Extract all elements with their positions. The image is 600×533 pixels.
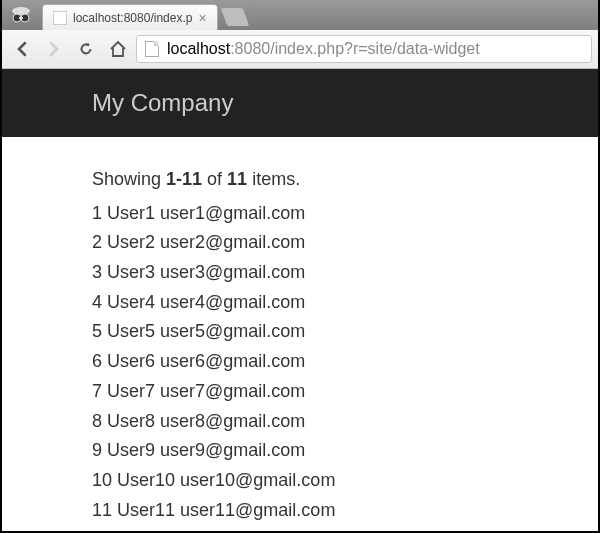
summary-mid: of xyxy=(202,169,227,189)
reload-button[interactable] xyxy=(72,35,100,63)
list-item: 7 User7 user7@gmail.com xyxy=(92,377,508,407)
browser-chrome: localhost:8080/index.p × localhost:8080/… xyxy=(2,0,598,69)
list-item: 9 User9 user9@gmail.com xyxy=(92,436,508,466)
browser-tab[interactable]: localhost:8080/index.p × xyxy=(42,4,218,30)
tab-title: localhost:8080/index.p xyxy=(73,11,192,25)
home-button[interactable] xyxy=(104,35,132,63)
summary-line: Showing 1-11 of 11 items. xyxy=(92,165,508,195)
list-item: 8 User8 user8@gmail.com xyxy=(92,407,508,437)
list-item: 4 User4 user4@gmail.com xyxy=(92,288,508,318)
list-item: 11 User11 user11@gmail.com xyxy=(92,496,508,526)
svg-rect-3 xyxy=(19,17,23,19)
url-bar[interactable]: localhost:8080/index.php?r=site/data-wid… xyxy=(136,35,592,63)
summary-prefix: Showing xyxy=(92,169,166,189)
back-button[interactable] xyxy=(8,35,36,63)
list-item: 10 User10 user10@gmail.com xyxy=(92,466,508,496)
svg-point-0 xyxy=(12,7,30,15)
incognito-icon xyxy=(6,2,36,28)
new-tab-button[interactable] xyxy=(220,8,249,26)
list-item: 5 User5 user5@gmail.com xyxy=(92,317,508,347)
data-rows: 1 User1 user1@gmail.com2 User2 user2@gma… xyxy=(92,199,508,526)
list-item: 1 User1 user1@gmail.com xyxy=(92,199,508,229)
forward-button[interactable] xyxy=(40,35,68,63)
tab-bar: localhost:8080/index.p × xyxy=(2,0,598,30)
content: Showing 1-11 of 11 items. 1 User1 user1@… xyxy=(2,137,598,533)
url-text: localhost:8080/index.php?r=site/data-wid… xyxy=(167,40,480,58)
list-item: 6 User6 user6@gmail.com xyxy=(92,347,508,377)
url-host: localhost xyxy=(167,40,230,57)
summary-range: 1-11 xyxy=(166,169,202,189)
summary-suffix: items. xyxy=(247,169,300,189)
summary-total: 11 xyxy=(227,169,247,189)
favicon-icon xyxy=(53,11,67,25)
list-item: 3 User3 user3@gmail.com xyxy=(92,258,508,288)
url-path: :8080/index.php?r=site/data-widget xyxy=(230,40,480,57)
page-icon xyxy=(145,41,159,57)
nav-bar: localhost:8080/index.php?r=site/data-wid… xyxy=(2,30,598,68)
close-icon[interactable]: × xyxy=(198,11,206,25)
page-header: My Company xyxy=(2,69,598,137)
site-title: My Company xyxy=(92,89,233,116)
list-item: 2 User2 user2@gmail.com xyxy=(92,228,508,258)
